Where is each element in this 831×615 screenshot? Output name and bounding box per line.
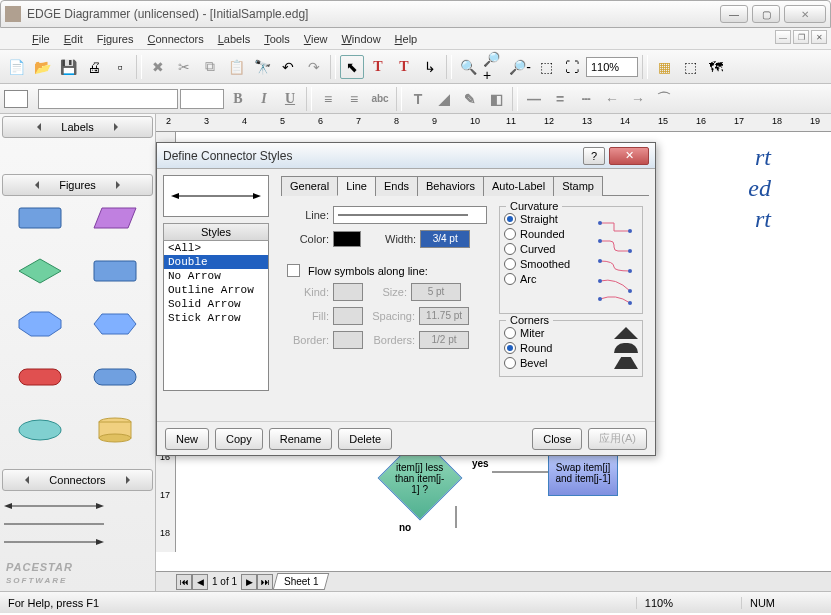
menu-file[interactable]: File	[26, 31, 56, 47]
layer-icon[interactable]: 🗺	[704, 55, 728, 79]
figures-panel-header[interactable]: Figures	[2, 174, 153, 196]
delete-button[interactable]: Delete	[338, 428, 392, 450]
fill-color-box[interactable]	[4, 90, 28, 108]
pointer-icon[interactable]: ⬉	[340, 55, 364, 79]
line-color-icon[interactable]: ✎	[458, 87, 482, 111]
menu-labels[interactable]: Labels	[212, 31, 256, 47]
zoom-icon[interactable]: 🔍	[456, 55, 480, 79]
connectors-panel-header[interactable]: Connectors	[2, 469, 153, 491]
flow-symbols-checkbox[interactable]	[287, 264, 300, 277]
labels-panel-header[interactable]: Labels	[2, 116, 153, 138]
new-button[interactable]: New	[165, 428, 209, 450]
shape-parallelogram[interactable]	[80, 202, 152, 234]
redo-icon[interactable]: ↷	[302, 55, 326, 79]
shape-rect-blue[interactable]	[4, 202, 76, 234]
shape-ellipse[interactable]	[4, 414, 76, 446]
arrow-end-icon[interactable]: →	[626, 87, 650, 111]
bold-icon[interactable]: B	[226, 87, 250, 111]
zoom-area-icon[interactable]: ⬚	[534, 55, 558, 79]
style-item-all[interactable]: <All>	[164, 241, 268, 255]
cut-icon[interactable]: ✂	[172, 55, 196, 79]
menu-edit[interactable]: Edit	[58, 31, 89, 47]
copy-icon[interactable]: ⧉	[198, 55, 222, 79]
font-select[interactable]	[38, 89, 178, 109]
new-doc-icon[interactable]: 📄	[4, 55, 28, 79]
menu-connectors[interactable]: Connectors	[141, 31, 209, 47]
sheet-prev[interactable]: ◀	[192, 574, 208, 590]
line-weight-icon[interactable]: =	[548, 87, 572, 111]
text-color-icon[interactable]: T	[406, 87, 430, 111]
snap-icon[interactable]: ⬚	[678, 55, 702, 79]
shape-octagon[interactable]	[4, 308, 76, 340]
sheet-next[interactable]: ▶	[241, 574, 257, 590]
align-left-icon[interactable]: ≡	[316, 87, 340, 111]
text-red-icon[interactable]: T	[366, 55, 390, 79]
rename-button[interactable]: Rename	[269, 428, 333, 450]
sheet-last[interactable]: ⏭	[257, 574, 273, 590]
delete-icon[interactable]: ✖	[146, 55, 170, 79]
open-icon[interactable]: 📂	[30, 55, 54, 79]
shape-rect-blue2[interactable]	[80, 255, 152, 287]
connector-end-arrow[interactable]	[4, 533, 151, 551]
arrow-start-icon[interactable]: ←	[600, 87, 624, 111]
fill-icon[interactable]: ◢	[432, 87, 456, 111]
page-icon[interactable]: ▫	[108, 55, 132, 79]
close-button[interactable]: ✕	[784, 5, 826, 23]
print-icon[interactable]: 🖨	[82, 55, 106, 79]
underline-icon[interactable]: U	[278, 87, 302, 111]
find-icon[interactable]: 🔭	[250, 55, 274, 79]
shape-capsule-red[interactable]	[4, 361, 76, 393]
shape-diamond[interactable]	[4, 255, 76, 287]
tab-line[interactable]: Line	[337, 176, 376, 196]
undo-icon[interactable]: ↶	[276, 55, 300, 79]
copy-button[interactable]: Copy	[215, 428, 263, 450]
zoom-fit-icon[interactable]: ⛶	[560, 55, 584, 79]
connector-double-arrow[interactable]	[4, 497, 151, 515]
line-style-select[interactable]	[333, 206, 487, 224]
text-red2-icon[interactable]: T	[392, 55, 416, 79]
style-item-outline[interactable]: Outline Arrow	[164, 283, 268, 297]
style-item-solid[interactable]: Solid Arrow	[164, 297, 268, 311]
sheet-tab-1[interactable]: Sheet 1	[273, 573, 330, 590]
tab-stamp[interactable]: Stamp	[553, 176, 603, 196]
connector-tool-icon[interactable]: ↳	[418, 55, 442, 79]
menu-view[interactable]: View	[298, 31, 334, 47]
style-item-stick[interactable]: Stick Arrow	[164, 311, 268, 325]
radio-round[interactable]: Round	[504, 342, 638, 354]
apply-button[interactable]: 应用(A)	[588, 428, 647, 450]
style-item-double[interactable]: Double	[164, 255, 268, 269]
italic-icon[interactable]: I	[252, 87, 276, 111]
menu-figures[interactable]: Figures	[91, 31, 140, 47]
abc-icon[interactable]: abc	[368, 87, 392, 111]
menu-tools[interactable]: Tools	[258, 31, 296, 47]
maximize-button[interactable]: ▢	[752, 5, 780, 23]
save-icon[interactable]: 💾	[56, 55, 80, 79]
line-dash-icon[interactable]: ┄	[574, 87, 598, 111]
zoom-select[interactable]	[586, 57, 638, 77]
tab-ends[interactable]: Ends	[375, 176, 418, 196]
radio-miter[interactable]: Miter	[504, 327, 638, 339]
zoom-in-icon[interactable]: 🔎+	[482, 55, 506, 79]
mdi-close[interactable]: ✕	[811, 30, 827, 44]
tab-general[interactable]: General	[281, 176, 338, 196]
radio-bevel[interactable]: Bevel	[504, 357, 638, 369]
grid-icon[interactable]: ▦	[652, 55, 676, 79]
color-select[interactable]	[333, 231, 361, 247]
font-size-select[interactable]	[180, 89, 224, 109]
shape-hexagon[interactable]	[80, 308, 152, 340]
sheet-first[interactable]: ⏮	[176, 574, 192, 590]
tab-autolabel[interactable]: Auto-Label	[483, 176, 554, 196]
align-center-icon[interactable]: ≡	[342, 87, 366, 111]
dialog-close-button[interactable]: ✕	[609, 147, 649, 165]
shadow-icon[interactable]: ◧	[484, 87, 508, 111]
connector-no-arrow[interactable]	[4, 515, 151, 533]
close-dialog-button[interactable]: Close	[532, 428, 582, 450]
shape-cylinder[interactable]	[80, 414, 152, 446]
flow-rect[interactable]: Swap item[j] and item[j-1]	[548, 450, 618, 496]
tab-behaviors[interactable]: Behaviors	[417, 176, 484, 196]
mdi-restore[interactable]: ❐	[793, 30, 809, 44]
mdi-minimize[interactable]: —	[775, 30, 791, 44]
styles-list[interactable]: <All> Double No Arrow Outline Arrow Soli…	[163, 241, 269, 391]
menu-window[interactable]: Window	[335, 31, 386, 47]
curve-icon[interactable]: ⌒	[652, 87, 676, 111]
